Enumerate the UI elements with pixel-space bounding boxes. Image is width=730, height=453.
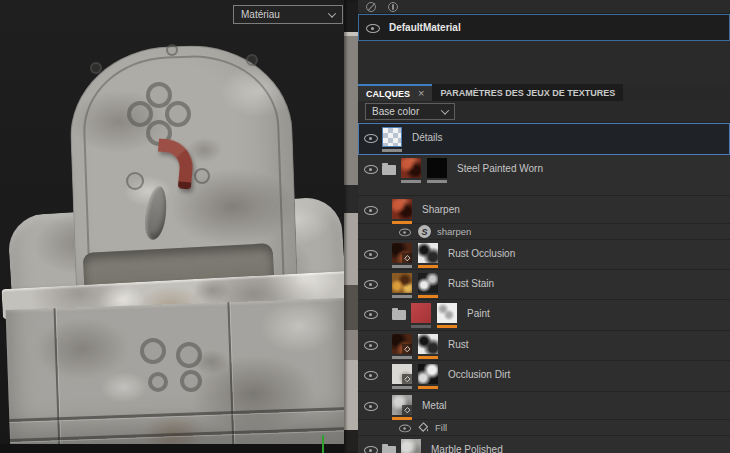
eye-icon[interactable] [364, 338, 378, 352]
eye-icon[interactable] [364, 203, 378, 217]
layer-name: Steel Painted Worn [457, 163, 543, 174]
effect-name: Fill [435, 422, 447, 433]
layer-name: Sharpen [422, 204, 460, 215]
floor-shadow [0, 444, 358, 453]
view-mode-dropdown[interactable]: Matériau [233, 5, 343, 24]
scroll-carving [126, 172, 144, 190]
tab-label: CALQUES [366, 89, 410, 99]
folder-icon [382, 446, 396, 453]
gizmo-y-axis [322, 435, 324, 453]
mask-thumbnail[interactable] [418, 364, 438, 384]
layer-row-steel-painted-worn[interactable]: Steel Painted Worn [358, 155, 730, 196]
mask-thumbnail[interactable] [418, 334, 438, 354]
content-indicator [392, 265, 412, 268]
tab-parametres-jeux-textures[interactable]: PARAMÈTRES DES JEUX DE TEXTURES [432, 84, 623, 101]
basin-scroll-carving [148, 372, 168, 392]
panel-spacer [358, 41, 730, 84]
basin-scroll-carving [180, 370, 202, 392]
paint-bucket-icon [402, 405, 412, 415]
layer-thumbnail[interactable] [392, 334, 412, 354]
panel-tabbar: CALQUES × PARAMÈTRES DES JEUX DE TEXTURE… [358, 84, 730, 101]
substance-painter-window: Matériau DefaultMaterial CALQUES × PARAM… [0, 0, 730, 453]
eye-icon[interactable] [364, 131, 378, 145]
layer-thumbnail[interactable] [392, 364, 412, 384]
stone-seam [227, 302, 234, 450]
eye-icon[interactable] [366, 21, 380, 35]
coil-carving [90, 62, 102, 74]
mask-thumbnail[interactable] [418, 273, 438, 293]
mask-thumbnail[interactable] [437, 303, 457, 323]
content-indicator [382, 149, 402, 152]
texture-set-name: DefaultMaterial [389, 22, 461, 33]
circle-eye-icon[interactable] [388, 2, 398, 12]
eye-icon[interactable] [364, 443, 378, 453]
content-indicator [392, 386, 412, 389]
content-indicator [392, 295, 412, 298]
stone-band [10, 427, 350, 442]
channel-bar: Base color [358, 101, 730, 123]
stone-band [9, 407, 349, 422]
layer-name: Détails [412, 132, 443, 143]
layer-thumbnail[interactable] [392, 273, 412, 293]
mask-indicator [418, 265, 438, 268]
circle-slash-icon[interactable] [366, 2, 376, 12]
eye-icon[interactable] [399, 422, 411, 434]
materials-toolbar [358, 0, 730, 14]
view-mode-value: Matériau [241, 9, 280, 20]
content-indicator [411, 325, 431, 328]
coil-carving [246, 54, 258, 66]
tab-label: PARAMÈTRES DES JEUX DE TEXTURES [440, 88, 615, 98]
close-icon[interactable]: × [418, 89, 424, 98]
layer-thumbnail[interactable] [392, 243, 412, 263]
coil-carving [166, 44, 178, 56]
mask-indicator [427, 180, 447, 183]
layer-thumbnail[interactable] [411, 303, 431, 323]
layer-row-metal[interactable]: Metal [358, 392, 730, 420]
layer-row-occlusion-dirt[interactable]: Occlusion Dirt [358, 361, 730, 392]
content-indicator [392, 356, 412, 359]
layer-thumbnail[interactable] [401, 439, 421, 453]
layer-row-rust-occlusion[interactable]: Rust Occlusion [358, 240, 730, 270]
effect-row-sharpen[interactable]: S sharpen [358, 224, 730, 240]
layer-row-marble-polished[interactable]: Marble Polished [358, 436, 730, 453]
layer-row-rust-stain[interactable]: Rust Stain [358, 270, 730, 300]
layer-name: Marble Polished [431, 444, 503, 453]
layer-name: Rust [448, 339, 469, 350]
eye-icon[interactable] [364, 307, 378, 321]
layer-thumbnail[interactable] [401, 158, 421, 178]
tab-calques[interactable]: CALQUES × [358, 84, 432, 101]
layer-thumbnail[interactable] [382, 127, 402, 147]
eye-icon[interactable] [399, 226, 411, 238]
fountain-basin-front [6, 298, 351, 453]
effect-row-fill[interactable]: Fill [358, 420, 730, 436]
mask-thumbnail[interactable] [418, 243, 438, 263]
stone-seam [53, 308, 60, 453]
layer-name: Metal [422, 400, 446, 411]
layer-row-details[interactable]: Détails [358, 123, 730, 155]
layer-name: Occlusion Dirt [448, 369, 510, 380]
layer-row-rust[interactable]: Rust [358, 331, 730, 361]
eye-icon[interactable] [364, 368, 378, 382]
right-panel: DefaultMaterial CALQUES × PARAMÈTRES DES… [358, 0, 730, 453]
paint-bucket-icon [402, 344, 412, 354]
eye-icon[interactable] [364, 399, 378, 413]
eye-icon[interactable] [364, 277, 378, 291]
mask-indicator [418, 356, 438, 359]
layer-row-sharpen[interactable]: Sharpen [358, 196, 730, 224]
effect-name: sharpen [437, 226, 471, 237]
mask-thumbnail[interactable] [427, 158, 447, 178]
channel-dropdown[interactable]: Base color [365, 103, 455, 120]
layer-name: Rust Occlusion [448, 248, 515, 259]
viewport-3d[interactable]: Matériau [0, 0, 358, 453]
eye-icon[interactable] [364, 247, 378, 261]
filter-icon: S [418, 225, 431, 238]
mask-indicator [418, 386, 438, 389]
layer-thumbnail[interactable] [392, 395, 412, 415]
texture-set-row-defaultmaterial[interactable]: DefaultMaterial [358, 14, 730, 41]
paint-bucket-icon [402, 253, 412, 263]
content-indicator [401, 180, 421, 183]
folder-icon [392, 310, 406, 320]
layer-thumbnail[interactable] [392, 199, 412, 219]
eye-icon[interactable] [364, 162, 378, 176]
layer-row-paint[interactable]: Paint [358, 300, 730, 331]
